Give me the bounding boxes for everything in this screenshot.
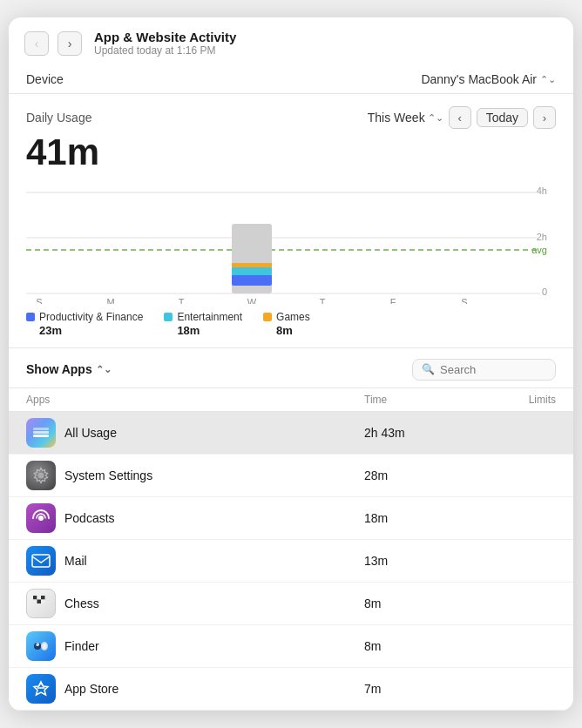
period-label: This Week <box>368 111 425 125</box>
svg-rect-19 <box>33 435 49 437</box>
show-apps-selector[interactable]: Show Apps ⌃⌄ <box>26 362 112 376</box>
table-header: Apps Time Limits <box>9 388 573 412</box>
podcasts-icon <box>26 503 56 533</box>
system-settings-icon <box>26 461 56 490</box>
apps-toolbar: Show Apps ⌃⌄ 🔍 <box>9 348 573 388</box>
period-nav: This Week ⌃⌄ ‹ Today › <box>368 106 556 129</box>
svg-point-35 <box>43 643 47 649</box>
svg-text:0: 0 <box>542 286 547 297</box>
games-dot <box>263 313 272 321</box>
games-label: Games <box>276 311 310 323</box>
app-store-time: 7m <box>364 682 469 696</box>
app-row-chess[interactable]: Chess 8m <box>9 583 573 625</box>
app-row-app-store[interactable]: App Store 7m <box>9 668 573 711</box>
today-button[interactable]: Today <box>477 108 528 127</box>
productivity-time: 23m <box>26 324 62 337</box>
all-usage-info: All Usage <box>26 418 364 448</box>
svg-rect-26 <box>37 596 42 600</box>
svg-text:F: F <box>390 297 396 304</box>
app-row-mail[interactable]: Mail 13m <box>9 540 573 583</box>
device-name: Danny's MacBook Air <box>421 72 537 86</box>
finder-name: Finder <box>64 639 99 653</box>
app-row-finder[interactable]: Finder 8m <box>9 625 573 668</box>
title-info: App & Website Activity Updated today at … <box>94 30 236 57</box>
app-store-icon <box>26 674 56 704</box>
chess-icon <box>26 589 56 618</box>
svg-text:T: T <box>179 297 185 304</box>
app-row-all-usage[interactable]: All Usage 2h 43m <box>9 412 573 455</box>
col-limits: Limits <box>469 394 556 406</box>
mail-icon <box>26 546 56 576</box>
next-period-button[interactable]: › <box>533 106 556 129</box>
usage-card: Daily Usage This Week ⌃⌄ ‹ Today › 41m 4… <box>9 94 573 347</box>
all-usage-time: 2h 43m <box>364 426 469 440</box>
col-apps: Apps <box>26 394 364 406</box>
games-time: 8m <box>263 324 293 337</box>
svg-text:T: T <box>320 297 326 304</box>
mail-name: Mail <box>64 554 87 568</box>
all-usage-name: All Usage <box>64 426 117 440</box>
device-label: Device <box>26 72 64 86</box>
show-apps-label: Show Apps <box>26 362 92 376</box>
svg-text:M: M <box>106 297 114 304</box>
usage-chart: 4h 2h 0 avg S M T W T F S <box>26 182 556 304</box>
device-row: Device Danny's MacBook Air ⌃⌄ <box>9 65 573 94</box>
svg-rect-16 <box>232 274 272 286</box>
page-subtitle: Updated today at 1:16 PM <box>94 44 236 57</box>
entertainment-label: Entertainment <box>177 311 242 323</box>
device-selector[interactable]: Danny's MacBook Air ⌃⌄ <box>421 72 556 86</box>
chess-info: Chess <box>26 589 364 618</box>
system-settings-name: System Settings <box>64 468 152 482</box>
finder-icon <box>26 631 56 661</box>
svg-rect-27 <box>41 596 45 600</box>
svg-rect-29 <box>37 599 42 603</box>
svg-rect-24 <box>32 555 50 567</box>
productivity-label: Productivity & Finance <box>39 311 143 323</box>
productivity-dot <box>26 313 35 321</box>
svg-rect-28 <box>33 599 37 603</box>
search-icon: 🔍 <box>422 363 435 375</box>
chess-name: Chess <box>64 597 99 610</box>
apps-section: Show Apps ⌃⌄ 🔍 Apps Time Limits All Usag… <box>9 348 573 711</box>
podcasts-name: Podcasts <box>64 511 115 525</box>
svg-point-33 <box>36 643 37 644</box>
svg-rect-17 <box>232 267 272 275</box>
legend-games: Games 8m <box>263 311 310 337</box>
system-settings-time: 28m <box>364 468 469 482</box>
entertainment-dot <box>164 313 173 321</box>
mail-time: 13m <box>364 554 469 568</box>
svg-text:S: S <box>36 297 42 304</box>
search-box[interactable]: 🔍 <box>412 359 556 381</box>
app-row-system-settings[interactable]: System Settings 28m <box>9 455 573 497</box>
svg-rect-20 <box>33 431 49 434</box>
legend-productivity: Productivity & Finance 23m <box>26 311 143 337</box>
daily-usage-label: Daily Usage <box>26 111 91 125</box>
prev-period-button[interactable]: ‹ <box>449 106 471 129</box>
app-row-podcasts[interactable]: Podcasts 18m <box>9 497 573 540</box>
svg-point-23 <box>38 516 44 521</box>
svg-text:W: W <box>247 297 257 304</box>
svg-rect-21 <box>33 428 49 430</box>
period-chevron-icon: ⌃⌄ <box>428 112 443 124</box>
chart-legend: Productivity & Finance 23m Entertainment… <box>26 311 556 337</box>
svg-text:2h: 2h <box>537 232 547 242</box>
finder-time: 8m <box>364 639 469 653</box>
chart-container: 4h 2h 0 avg S M T W T F S <box>26 182 556 304</box>
system-settings-info: System Settings <box>26 461 364 490</box>
back-button[interactable]: ‹ <box>24 31 49 56</box>
app-store-name: App Store <box>64 682 118 696</box>
entertainment-time: 18m <box>164 324 200 337</box>
svg-text:4h: 4h <box>537 185 547 196</box>
page-title: App & Website Activity <box>94 30 236 44</box>
period-selector[interactable]: This Week ⌃⌄ <box>368 111 443 125</box>
forward-button[interactable]: › <box>58 31 82 56</box>
legend-entertainment: Entertainment 18m <box>164 311 242 337</box>
svg-text:S: S <box>461 297 467 304</box>
all-usage-icon <box>26 418 56 448</box>
search-input[interactable] <box>440 363 546 376</box>
svg-rect-30 <box>41 599 45 603</box>
show-apps-chevron-icon: ⌃⌄ <box>96 364 112 375</box>
podcasts-info: Podcasts <box>26 503 364 533</box>
device-chevron-icon: ⌃⌄ <box>540 74 556 85</box>
chess-time: 8m <box>364 597 469 610</box>
